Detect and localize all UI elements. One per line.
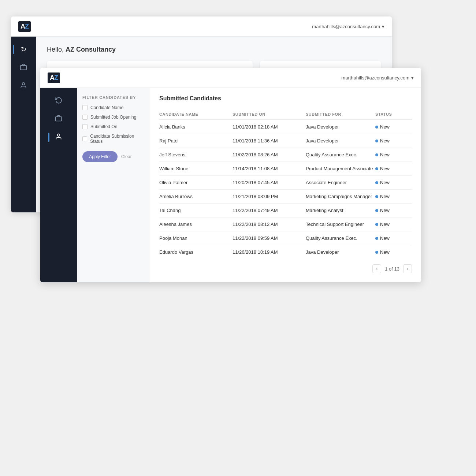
td-name-0: Alicia Banks [159,124,233,130]
user-email-text-1: marthahills@azconsultancy.com [312,24,380,29]
filter-checkbox-1[interactable] [82,115,88,120]
user-email-1[interactable]: marthahills@azconsultancy.com ▾ [312,24,384,29]
filter-label-3: Candidate Submission Status [90,134,144,144]
chevron-down-icon-2: ▾ [411,75,414,81]
table-row-0[interactable]: Alicia Banks 11/01/2018 02:18 AM Java De… [159,120,412,134]
table-row-8[interactable]: Pooja Mohan 11/22/2018 09:59 AM Quality … [159,231,412,245]
status-badge-5: New [375,194,412,199]
td-status-9: New [375,249,412,255]
filter-option-1[interactable]: Submitted Job Opening [82,115,144,120]
td-status-4: New [375,180,412,185]
filter-label-2: Submitted On [90,124,117,129]
status-dot-6 [375,209,378,212]
apply-filter-button[interactable]: Apply Filter [82,151,118,162]
filter-checkbox-2[interactable] [82,124,88,129]
table-row-5[interactable]: Amelia Burrows 11/21/2018 03:09 PM Marke… [159,190,412,204]
status-badge-6: New [375,208,412,213]
td-status-5: New [375,194,412,199]
status-badge-8: New [375,235,412,241]
sidebar-icon-person-2[interactable] [51,130,66,145]
table-row-1[interactable]: Raj Patel 11/01/2018 11:36 AM Java Devel… [159,134,412,148]
td-submitted-for-5: Marketing Campaigns Manager [306,194,375,199]
status-badge-0: New [375,124,412,130]
user-email-text-2: marthahills@azconsultancy.com [341,75,409,81]
status-dot-2 [375,153,378,156]
status-text-4: New [380,180,390,185]
status-badge-7: New [375,222,412,227]
person-icon-1 [20,82,27,91]
status-badge-4: New [375,180,412,185]
table-row-7[interactable]: Aleesha James 11/22/2018 08:12 AM Techni… [159,217,412,231]
table-rows-container: Alicia Banks 11/01/2018 02:18 AM Java De… [159,120,412,259]
filter-option-3[interactable]: Candidate Submission Status [82,134,144,144]
status-badge-9: New [375,249,412,255]
sidebar-icon-refresh-1[interactable]: ↻ [16,42,31,57]
logo-text-2: AZ [50,74,58,82]
status-text-8: New [380,235,390,241]
briefcase-icon-2 [55,115,62,124]
filter-checkbox-3[interactable] [82,136,87,141]
td-status-3: New [375,166,412,171]
filter-checkbox-0[interactable] [82,105,88,110]
sidebar-icon-briefcase-2[interactable] [51,112,66,126]
td-status-6: New [375,208,412,213]
status-dot-0 [375,126,378,129]
status-dot-3 [375,167,378,170]
pagination-text: 1 of 13 [385,266,399,272]
td-submitted-for-8: Quality Assurance Exec. [306,235,375,241]
next-page-button[interactable]: › [403,264,412,273]
table-header: CANDIDATE NAME SUBMITTED ON SUBMITTED FO… [159,109,412,120]
refresh-icon-1: ↻ [21,45,26,53]
table-row-3[interactable]: William Stone 11/14/2018 11:08 AM Produc… [159,162,412,176]
td-name-2: Jeff Stevens [159,152,233,157]
filter-buttons: Apply Filter Clear [82,151,144,162]
pagination: ‹ 1 of 13 › [159,259,412,275]
td-submitted-on-7: 11/22/2018 08:12 AM [233,222,306,227]
td-submitted-on-1: 11/01/2018 11:36 AM [233,138,306,144]
filter-label-1: Submitted Job Opening [90,115,136,120]
filter-option-0[interactable]: Candidate Name [82,105,144,110]
td-submitted-for-9: Java Developer [306,249,375,255]
table-row-9[interactable]: Eduardo Vargas 11/26/2018 10:19 AM Java … [159,245,412,259]
briefcase-icon-1 [20,63,27,72]
td-submitted-on-8: 11/22/2018 09:59 AM [233,235,306,241]
th-submitted-on: SUBMITTED ON [233,112,306,116]
svg-point-3 [57,134,60,136]
clear-filter-button[interactable]: Clear [121,154,132,159]
th-status: STATUS [375,112,412,116]
user-email-2[interactable]: marthahills@azconsultancy.com ▾ [341,75,414,81]
td-submitted-for-1: Java Developer [306,138,375,144]
topbar-2: AZ marthahills@azconsultancy.com ▾ [40,68,421,88]
td-submitted-for-4: Associate Engineer [306,180,375,185]
td-submitted-on-2: 11/02/2018 08:26 AM [233,152,306,157]
td-submitted-on-4: 11/20/2018 07:45 AM [233,180,306,185]
table-row-4[interactable]: Olivia Palmer 11/20/2018 07:45 AM Associ… [159,176,412,190]
sidebar-1: ↻ [11,37,36,212]
sidebar-icon-refresh-2[interactable] [51,93,66,108]
status-text-9: New [380,249,390,255]
filter-option-2[interactable]: Submitted On [82,124,144,129]
section-title: Submitted Candidates [159,95,412,102]
td-submitted-on-0: 11/01/2018 02:18 AM [233,124,306,130]
sidebar-icon-person-1[interactable] [16,79,31,93]
status-dot-5 [375,195,378,198]
topbar-1: AZ marthahills@azconsultancy.com ▾ [11,16,392,37]
td-name-8: Pooja Mohan [159,235,233,241]
prev-page-button[interactable]: ‹ [372,264,381,273]
td-status-2: New [375,152,412,157]
sidebar-icon-briefcase-1[interactable] [16,60,31,75]
td-name-5: Amelia Burrows [159,194,233,199]
svg-rect-0 [21,65,27,70]
td-submitted-on-3: 11/14/2018 11:08 AM [233,166,306,171]
td-submitted-for-0: Java Developer [306,124,375,130]
table-row-6[interactable]: Tai Chang 11/22/2018 07:49 AM Marketing … [159,204,412,217]
status-badge-1: New [375,138,412,144]
td-name-6: Tai Chang [159,208,233,213]
chevron-down-icon-1: ▾ [382,24,384,29]
status-text-6: New [380,208,390,213]
td-name-9: Eduardo Vargas [159,249,233,255]
status-dot-7 [375,223,378,226]
svg-rect-2 [56,116,62,121]
sidebar-2 [40,88,77,282]
table-row-2[interactable]: Jeff Stevens 11/02/2018 08:26 AM Quality… [159,148,412,162]
